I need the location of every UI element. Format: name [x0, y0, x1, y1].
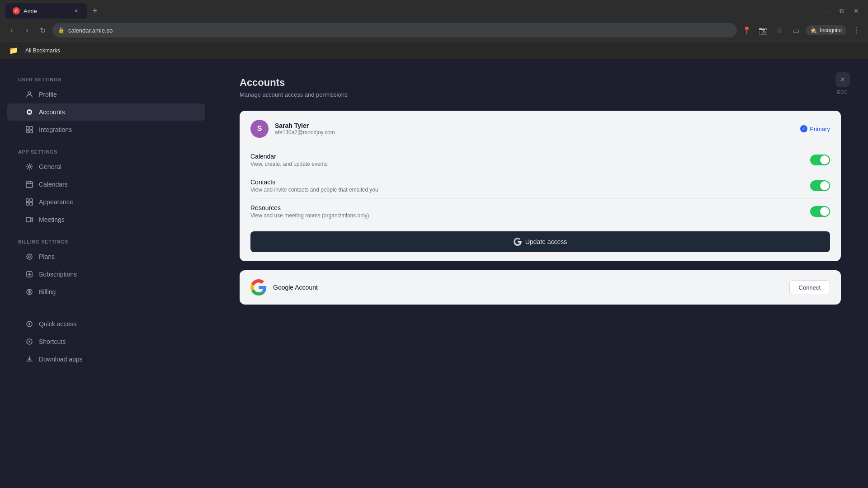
sidebar-item-label: Integrations — [39, 126, 72, 133]
sidebar-item-label: Quick access — [39, 320, 76, 328]
contacts-permission-label: Contacts — [250, 178, 378, 186]
sidebar-item-profile[interactable]: Profile — [7, 86, 205, 103]
svg-point-7 — [28, 166, 31, 168]
back-button[interactable]: ‹ — [5, 24, 18, 37]
incognito-icon: 🕵 — [810, 27, 817, 33]
google-account-section: Google Account Connect — [240, 270, 841, 305]
sidebar-item-accounts[interactable]: Accounts — [7, 103, 205, 121]
minimize-button[interactable]: ─ — [821, 5, 834, 17]
svg-rect-12 — [30, 202, 33, 205]
quick-access-icon — [25, 320, 33, 328]
sidebar-item-quick-access[interactable]: Quick access — [7, 315, 205, 333]
sidebar-item-label: Profile — [39, 91, 57, 98]
svg-point-21 — [28, 341, 30, 343]
contacts-permission-desc: View and invite contacts and people that… — [250, 187, 378, 193]
star-icon[interactable]: ☆ — [773, 24, 786, 37]
resources-permission-row: Resources View and use meeting rooms (or… — [250, 198, 830, 224]
account-avatar: S — [250, 120, 269, 138]
close-button[interactable]: × — [835, 72, 850, 87]
account-header: S Sarah Tyler afe130a2@moodjoy.com ✓ Pri… — [250, 120, 830, 138]
sidebar-item-plans[interactable]: Plans — [7, 248, 205, 265]
esc-label: ESC — [837, 89, 847, 95]
calendar-permission-info: Calendar View, create, and update events — [250, 153, 328, 167]
sidebar-item-download-apps[interactable]: Download apps — [7, 351, 205, 368]
sidebar-item-meetings[interactable]: Meetings — [7, 211, 205, 228]
sidebar-item-label: Download apps — [39, 356, 83, 363]
all-bookmarks-item[interactable]: All Bookmarks — [22, 46, 64, 56]
location-icon[interactable]: 📍 — [741, 24, 753, 37]
primary-label: Primary — [810, 126, 830, 132]
connect-label: Connect — [799, 284, 821, 291]
sidebar-item-integrations[interactable]: Integrations — [7, 121, 205, 138]
sidebar-item-calendars[interactable]: Calendars — [7, 176, 205, 193]
tab-favicon: A — [13, 7, 20, 14]
menu-icon[interactable]: ⋮ — [850, 24, 863, 37]
tab-title: Amie — [24, 8, 37, 14]
svg-point-2 — [28, 111, 31, 113]
svg-rect-4 — [30, 127, 33, 129]
svg-point-19 — [28, 323, 30, 325]
google-logo-icon — [250, 279, 267, 296]
all-bookmarks-label: All Bookmarks — [25, 47, 60, 54]
lock-icon: 🔒 — [58, 27, 65, 33]
account-card: S Sarah Tyler afe130a2@moodjoy.com ✓ Pri… — [240, 111, 841, 261]
sidebar-item-shortcuts[interactable]: Shortcuts — [7, 333, 205, 350]
account-details: Sarah Tyler afe130a2@moodjoy.com — [275, 122, 335, 136]
contacts-permission-info: Contacts View and invite contacts and pe… — [250, 178, 378, 193]
app-settings-section-title: App Settings — [0, 149, 212, 155]
close-window-button[interactable]: ✕ — [850, 5, 863, 17]
close-icon: × — [840, 75, 844, 84]
sidebar-item-label: Accounts — [39, 108, 65, 116]
sidebar-item-label: Billing — [39, 288, 56, 296]
sidebar-item-general[interactable]: General — [7, 158, 205, 175]
billing-icon — [25, 288, 33, 296]
appearance-icon — [25, 198, 33, 206]
account-info: S Sarah Tyler afe130a2@moodjoy.com — [250, 120, 335, 138]
calendar-permission-row: Calendar View, create, and update events — [250, 147, 830, 173]
sidebar-toggle-icon[interactable]: ▭ — [789, 24, 802, 37]
shortcuts-icon — [25, 338, 33, 346]
svg-rect-13 — [26, 217, 31, 222]
new-tab-button[interactable]: + — [89, 5, 101, 17]
reload-button[interactable]: ↻ — [36, 24, 49, 37]
calendar-toggle[interactable] — [810, 155, 830, 165]
connect-button[interactable]: Connect — [789, 280, 830, 295]
page-title: Accounts — [240, 77, 841, 89]
tab-close-button[interactable]: ✕ — [72, 7, 80, 14]
integrations-icon — [25, 126, 33, 134]
plans-icon — [25, 253, 33, 261]
download-apps-icon — [25, 355, 33, 363]
contacts-toggle[interactable] — [810, 180, 830, 191]
account-name: Sarah Tyler — [275, 122, 335, 129]
resources-permission-info: Resources View and use meeting rooms (or… — [250, 204, 369, 219]
active-tab[interactable]: A Amie ✕ — [5, 3, 87, 19]
update-access-button[interactable]: Update access — [250, 231, 830, 252]
primary-dot-icon: ✓ — [800, 125, 807, 132]
incognito-label: Incognito — [820, 27, 842, 33]
sidebar-item-label: Plans — [39, 253, 55, 260]
svg-rect-9 — [26, 199, 29, 202]
camera-icon[interactable]: 📷 — [757, 24, 769, 37]
billing-settings-section-title: Billing Settings — [0, 239, 212, 244]
sidebar-item-appearance[interactable]: Appearance — [7, 193, 205, 211]
sidebar: User Settings Profile Accounts — [0, 59, 212, 488]
sidebar-item-billing[interactable]: Billing — [7, 283, 205, 300]
tab-bar: A Amie ✕ + ─ ⧉ ✕ — [0, 0, 868, 19]
profile-icon — [25, 90, 33, 99]
sidebar-item-label: Subscriptions — [39, 271, 77, 278]
main-content: User Settings Profile Accounts — [0, 59, 868, 488]
bookmarks-folder-icon: 📁 — [7, 44, 20, 57]
resources-toggle[interactable] — [810, 206, 830, 217]
calendar-permission-label: Calendar — [250, 153, 328, 160]
forward-button[interactable]: › — [21, 24, 33, 37]
resources-permission-desc: View and use meeting rooms (organization… — [250, 212, 369, 219]
general-icon — [25, 163, 33, 171]
restore-button[interactable]: ⧉ — [835, 5, 848, 17]
svg-rect-8 — [26, 182, 33, 188]
address-bar[interactable]: 🔒 calendar.amie.so — [52, 23, 737, 38]
resources-permission-label: Resources — [250, 204, 369, 211]
calendars-icon — [25, 180, 33, 188]
google-account-info: Google Account — [250, 279, 318, 296]
accounts-icon — [25, 108, 33, 116]
sidebar-item-subscriptions[interactable]: Subscriptions — [7, 266, 205, 283]
